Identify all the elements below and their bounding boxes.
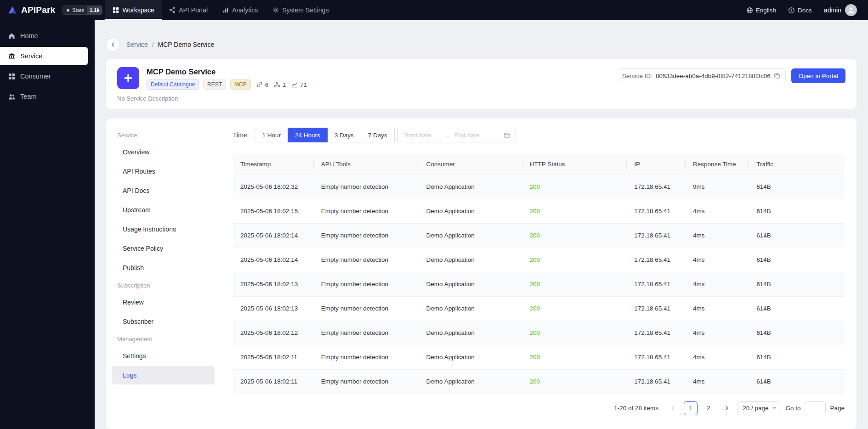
table-row: 2025-05-06 18:02:13Empty number detectio… — [233, 296, 845, 321]
cell-ip: 172.18.65.41 — [627, 199, 686, 223]
menu-item-usage-instructions[interactable]: Usage Instructions — [112, 220, 215, 238]
brand: APIPark Stars 1.1k — [7, 5, 102, 15]
cell-api: Empty number detection — [314, 248, 419, 272]
breadcrumb-service[interactable]: Service — [126, 41, 148, 48]
menu-item-api-routes[interactable]: API Routes — [112, 162, 215, 181]
logs-table-head: TimestampAPI / ToolsConsumerHTTP StatusI… — [233, 154, 845, 175]
cell-traffic: 614B — [749, 296, 845, 321]
menu-item-api-docs[interactable]: API Docs — [112, 181, 215, 200]
content-card: ServiceOverviewAPI RoutesAPI DocsUpstrea… — [106, 119, 857, 429]
service-header-left: MCP Demo Service Default Catalogue REST … — [117, 67, 307, 90]
menu-item-logs[interactable]: Logs — [112, 366, 215, 384]
goto-label: Go to — [785, 405, 800, 412]
sidebar-item-label: Consumer — [20, 73, 51, 80]
table-row: 2025-05-06 18:02:12Empty number detectio… — [233, 321, 845, 345]
cell-consumer: Demo Application — [419, 272, 522, 296]
cell-response-time: 4ms — [686, 321, 749, 345]
cell-traffic: 614B — [749, 223, 845, 248]
layout: Home Service Consumer Team Service / MCP… — [0, 20, 868, 429]
table-row: 2025-05-06 18:02:32Empty number detectio… — [233, 175, 845, 199]
cell-status: 200 — [522, 199, 627, 223]
service-header-right: Service ID: 80533dee-ab0a-4db9-8f82-7412… — [617, 68, 845, 83]
filter-row: Time: 1 Hour24 Hours3 Days7 Days → — [233, 128, 845, 142]
back-button[interactable] — [106, 38, 120, 51]
cell-ip: 172.18.65.41 — [627, 345, 686, 369]
menu-item-subscriber[interactable]: Subscriber — [112, 312, 215, 331]
brand-name: APIPark — [21, 5, 55, 15]
sidebar-item-consumer[interactable]: Consumer — [0, 67, 95, 85]
table-row: 2025-05-06 18:02:11Empty number detectio… — [233, 369, 845, 394]
menu-section-title-management: Management — [112, 332, 215, 346]
topnav-item-api-portal[interactable]: API Portal — [162, 0, 215, 20]
menu-item-service-policy[interactable]: Service Policy — [112, 239, 215, 258]
page-1-button[interactable]: 1 — [684, 401, 698, 415]
cell-ip: 172.18.65.41 — [627, 272, 686, 296]
topnav-item-workspace[interactable]: Workspace — [105, 0, 162, 20]
cell-status: 200 — [522, 296, 627, 321]
pagination: 1-20 of 28 items 1 2 20 / page Go to Pag… — [233, 401, 845, 422]
column-header-traffic: Traffic — [749, 154, 845, 175]
menu-item-upstream[interactable]: Upstream — [112, 201, 215, 219]
cell-timestamp: 2025-05-06 18:02:13 — [233, 272, 314, 296]
service-description: No Service Description — [117, 95, 845, 102]
date-range-picker[interactable]: → — [397, 128, 516, 142]
cell-response-time: 4ms — [686, 272, 749, 296]
service-id-box: Service ID: 80533dee-ab0a-4db9-8f82-7412… — [617, 68, 786, 83]
logs-table: TimestampAPI / ToolsConsumerHTTP StatusI… — [233, 154, 845, 394]
cell-status: 200 — [522, 321, 627, 345]
page-2-button[interactable]: 2 — [702, 401, 715, 415]
service-header-top: MCP Demo Service Default Catalogue REST … — [117, 67, 845, 90]
column-header-response-time: Response Time — [686, 154, 749, 175]
page-size-select[interactable]: 20 / page — [738, 401, 781, 415]
calendar-icon — [504, 132, 510, 138]
cell-timestamp: 2025-05-06 18:02:11 — [233, 369, 314, 394]
docs-label: Docs — [798, 7, 812, 14]
menu-item-settings[interactable]: Settings — [112, 347, 215, 365]
sidebar-item-home[interactable]: Home — [0, 27, 95, 45]
sidebar-item-team[interactable]: Team — [0, 87, 95, 106]
traffic-count-stat: 71 — [291, 81, 306, 88]
cell-ip: 172.18.65.41 — [627, 369, 686, 394]
cell-ip: 172.18.65.41 — [627, 321, 686, 345]
cell-response-time: 9ms — [686, 175, 749, 199]
menu-item-publish[interactable]: Publish — [112, 259, 215, 277]
start-date-input[interactable] — [403, 131, 440, 139]
topnav-item-analytics[interactable]: Analytics — [215, 0, 265, 20]
menu-item-review[interactable]: Review — [112, 293, 215, 311]
stars-count: 1.1k — [87, 6, 102, 14]
node-icon — [274, 81, 280, 88]
sidebar-item-service[interactable]: Service — [0, 47, 88, 65]
next-page-button[interactable] — [720, 401, 733, 415]
workspace-icon — [113, 7, 119, 13]
stars-label: Stars — [72, 7, 84, 13]
sidebar-item-label: Team — [20, 93, 36, 100]
copy-icon[interactable] — [774, 73, 780, 79]
time-filter-3-days[interactable]: 3 Days — [327, 128, 361, 142]
time-filter-24-hours[interactable]: 24 Hours — [288, 128, 328, 142]
docs-link[interactable]: ? Docs — [788, 7, 812, 14]
menu-item-overview[interactable]: Overview — [112, 143, 215, 161]
user-menu[interactable]: admin — [824, 4, 857, 16]
goto-page-input[interactable] — [805, 401, 826, 415]
table-row: 2025-05-06 18:02:11Empty number detectio… — [233, 345, 845, 369]
table-row: 2025-05-06 18:02:13Empty number detectio… — [233, 272, 845, 296]
open-in-portal-button[interactable]: Open in Portal — [791, 68, 845, 83]
avatar — [845, 4, 857, 16]
cell-traffic: 614B — [749, 272, 845, 296]
link-icon — [256, 81, 263, 88]
time-filter-7-days[interactable]: 7 Days — [361, 128, 395, 142]
logs-table-body: 2025-05-06 18:02:32Empty number detectio… — [233, 175, 845, 394]
breadcrumb-row: Service / MCP Demo Service — [106, 38, 857, 51]
stars-left: Stars — [63, 6, 87, 14]
prev-page-button[interactable] — [666, 401, 680, 415]
gear-icon — [272, 7, 279, 13]
page-size-value: 20 / page — [743, 405, 768, 412]
language-switch[interactable]: English — [746, 7, 776, 14]
time-filter-1-hour[interactable]: 1 Hour — [255, 128, 288, 142]
github-stars-widget[interactable]: Stars 1.1k — [62, 6, 102, 15]
topnav-item-label: System Settings — [282, 6, 329, 14]
time-filter-label: Time: — [233, 131, 249, 139]
topnav-item-system-settings[interactable]: System Settings — [265, 0, 336, 20]
rest-tag: REST — [203, 79, 226, 90]
end-date-input[interactable] — [454, 131, 490, 139]
